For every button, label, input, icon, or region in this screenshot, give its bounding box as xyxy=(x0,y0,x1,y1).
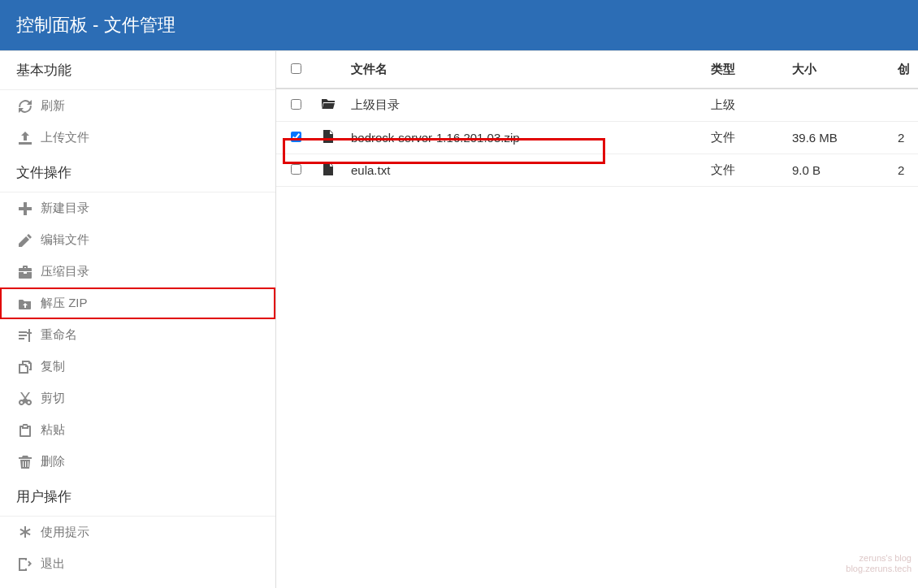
watermark-line1: zeruns's blog xyxy=(846,553,912,564)
sidebar-item-refresh[interactable]: 刷新 xyxy=(0,90,275,122)
pencil-icon xyxy=(18,233,32,248)
watermark-line2: blog.zeruns.tech xyxy=(846,564,912,574)
header-type[interactable]: 类型 xyxy=(703,51,784,89)
rename-icon xyxy=(18,328,32,343)
sidebar-item-label: 剪切 xyxy=(41,391,65,406)
refresh-icon xyxy=(18,99,32,114)
table-row[interactable]: bedrock-server-1.16.201.03.zip 文件 39.6 M… xyxy=(276,122,918,154)
plus-icon xyxy=(18,201,32,216)
main-panel: 文件名 类型 大小 创 上级目录 上级 xyxy=(276,51,918,588)
sidebar-item-rename[interactable]: 重命名 xyxy=(0,319,275,351)
sidebar-item-label: 删除 xyxy=(41,454,65,469)
copy-icon xyxy=(18,360,32,374)
sidebar-item-exit[interactable]: 退出 xyxy=(0,548,275,580)
header-name[interactable]: 文件名 xyxy=(343,51,703,89)
file-date: 2 xyxy=(890,154,918,187)
trash-icon xyxy=(18,455,32,469)
sidebar-item-extract-zip[interactable]: 解压 ZIP xyxy=(0,288,275,319)
row-checkbox[interactable] xyxy=(291,132,301,142)
row-checkbox[interactable] xyxy=(291,164,301,175)
file-name: 上级目录 xyxy=(343,89,703,122)
briefcase-icon xyxy=(18,265,32,279)
file-date: 2 xyxy=(890,122,918,154)
sidebar-item-new-folder[interactable]: 新建目录 xyxy=(0,192,275,224)
sidebar-item-delete[interactable]: 删除 xyxy=(0,446,275,478)
sidebar-section-title-userops: 用户操作 xyxy=(0,478,275,517)
sidebar-item-label: 重命名 xyxy=(41,327,77,343)
sidebar-section-title-fileops: 文件操作 xyxy=(0,153,275,192)
row-checkbox[interactable] xyxy=(291,99,301,110)
exit-icon xyxy=(18,557,32,572)
file-icon xyxy=(322,130,335,143)
sidebar-item-upload[interactable]: 上传文件 xyxy=(0,122,275,153)
page-header: 控制面板 - 文件管理 xyxy=(0,0,918,51)
sidebar-item-label: 粘贴 xyxy=(41,422,65,438)
file-table: 文件名 类型 大小 创 上级目录 上级 xyxy=(276,51,918,187)
paste-icon xyxy=(18,423,32,438)
table-row[interactable]: eula.txt 文件 9.0 B 2 xyxy=(276,154,918,187)
header-date[interactable]: 创 xyxy=(890,51,918,89)
sidebar-section-title-basic: 基本功能 xyxy=(0,51,275,90)
sidebar-item-label: 使用提示 xyxy=(41,525,89,540)
page-title: 控制面板 - 文件管理 xyxy=(16,15,175,35)
sidebar: 基本功能 刷新 上传文件 文件操作 新建目录 编辑文件 xyxy=(0,51,276,588)
sidebar-item-label: 刷新 xyxy=(41,98,65,114)
asterisk-icon xyxy=(18,525,32,540)
cut-icon xyxy=(18,391,32,406)
file-type: 文件 xyxy=(703,122,784,154)
select-all-checkbox[interactable] xyxy=(291,63,301,74)
sidebar-item-copy[interactable]: 复制 xyxy=(0,351,275,383)
sidebar-item-label: 上传文件 xyxy=(41,130,89,145)
sidebar-item-cut[interactable]: 剪切 xyxy=(0,383,275,414)
table-row[interactable]: 上级目录 上级 xyxy=(276,89,918,122)
file-name: eula.txt xyxy=(343,154,703,187)
sidebar-item-label: 解压 ZIP xyxy=(41,296,88,311)
file-date xyxy=(890,89,918,122)
header-size[interactable]: 大小 xyxy=(784,51,890,89)
sidebar-item-compress[interactable]: 压缩目录 xyxy=(0,256,275,288)
sidebar-item-label: 压缩目录 xyxy=(41,264,89,279)
sidebar-item-paste[interactable]: 粘贴 xyxy=(0,414,275,446)
main-layout: 基本功能 刷新 上传文件 文件操作 新建目录 编辑文件 xyxy=(0,51,918,588)
header-checkbox-cell xyxy=(276,51,314,89)
watermark: zeruns's blog blog.zeruns.tech xyxy=(846,553,912,574)
header-icon-cell xyxy=(314,51,343,89)
sidebar-item-tips[interactable]: 使用提示 xyxy=(0,517,275,548)
file-type: 文件 xyxy=(703,154,784,187)
folder-open-icon xyxy=(322,97,335,110)
sidebar-item-edit-file[interactable]: 编辑文件 xyxy=(0,224,275,256)
sidebar-item-label: 新建目录 xyxy=(41,201,89,216)
extract-icon xyxy=(18,296,32,311)
file-size: 9.0 B xyxy=(784,154,890,187)
file-name: bedrock-server-1.16.201.03.zip xyxy=(343,122,703,154)
file-size xyxy=(784,89,890,122)
sidebar-item-label: 复制 xyxy=(41,359,65,374)
upload-icon xyxy=(18,131,32,145)
file-size: 39.6 MB xyxy=(784,122,890,154)
file-icon xyxy=(322,162,335,175)
sidebar-item-label: 退出 xyxy=(41,556,65,572)
file-type: 上级 xyxy=(703,89,784,122)
sidebar-item-label: 编辑文件 xyxy=(41,232,89,248)
